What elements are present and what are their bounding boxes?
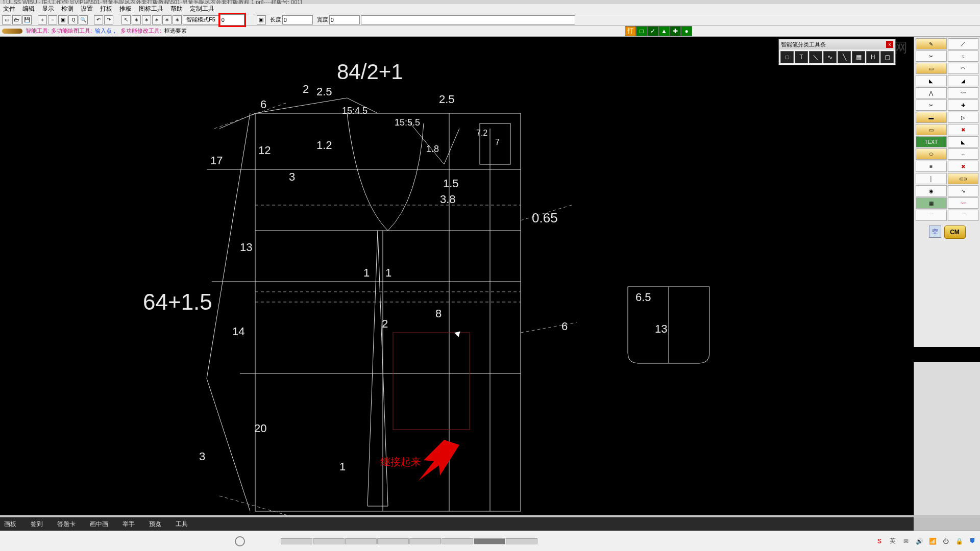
rtool-grain-icon[interactable]: ↔: [948, 148, 979, 160]
zoom-in-icon[interactable]: ＋: [38, 15, 47, 24]
new-icon[interactable]: ▭: [2, 15, 11, 24]
rtool-wedge2-icon[interactable]: ◢: [948, 75, 979, 86]
sb-preview[interactable]: 预览: [149, 520, 161, 529]
unit-cm-button[interactable]: CM: [944, 226, 966, 239]
snap1-icon[interactable]: ∗: [132, 15, 141, 24]
rtool-join-icon[interactable]: ⊂⊃: [948, 173, 979, 184]
menu-help[interactable]: 帮助: [170, 5, 183, 13]
rtool-text-icon[interactable]: TEXT: [916, 136, 947, 147]
rtool-compass-icon[interactable]: ⋀: [916, 87, 947, 98]
sb-tool[interactable]: 工具: [176, 520, 188, 529]
smart-value-input[interactable]: [220, 14, 244, 26]
sb-quiz[interactable]: 答题卡: [57, 520, 76, 529]
snap4-icon[interactable]: ∗: [162, 15, 172, 24]
progress-blocks[interactable]: [281, 538, 537, 544]
input-point-link[interactable]: 输入点，: [95, 27, 117, 35]
undo-icon[interactable]: ↶: [94, 15, 103, 24]
pointer-icon[interactable]: ↖: [121, 15, 131, 24]
tray-ime-icon[interactable]: 英: [888, 537, 897, 546]
rtool-arc3-icon[interactable]: ⌒: [948, 210, 979, 221]
open-icon[interactable]: 🗁: [12, 15, 21, 24]
sb-board[interactable]: 画板: [4, 520, 16, 529]
rtool-arc2-icon[interactable]: ⌒: [916, 210, 947, 221]
fit-icon[interactable]: ▣: [58, 15, 67, 24]
sb-raise[interactable]: 举手: [122, 520, 135, 529]
sb-pip[interactable]: 画中画: [90, 520, 108, 529]
menu-grade[interactable]: 推板: [119, 5, 132, 13]
sp-curve-icon[interactable]: ∿: [823, 51, 837, 63]
unit-toggle-icon[interactable]: 空: [929, 226, 941, 238]
tray-mail-icon[interactable]: ✉: [901, 537, 911, 546]
save-icon[interactable]: 💾: [22, 15, 32, 24]
sp-box-icon[interactable]: ▢: [880, 51, 894, 63]
menu-icons[interactable]: 图标工具: [139, 5, 163, 13]
sp-rect-icon[interactable]: □: [780, 51, 794, 63]
rtool-dot-icon[interactable]: ◉: [916, 185, 947, 196]
rtool-red-icon[interactable]: 〰: [948, 197, 979, 209]
toggle-3[interactable]: ✓: [647, 26, 658, 36]
toggle-1[interactable]: 打: [625, 26, 636, 36]
sp-h-icon[interactable]: H: [866, 51, 879, 63]
tray-wifi-icon[interactable]: 📶: [928, 537, 937, 546]
sb-signin[interactable]: 签到: [31, 520, 43, 529]
sp-line-icon[interactable]: ＼: [809, 51, 822, 63]
rtool-mirror-icon[interactable]: ≡: [916, 161, 947, 172]
rtool-x-icon[interactable]: ✖: [948, 124, 979, 135]
zoom-icon[interactable]: 🔍: [79, 15, 88, 24]
info-field[interactable]: [361, 15, 575, 24]
rtool-seam-icon[interactable]: ▭: [916, 124, 947, 135]
tray-lock-icon[interactable]: 🔒: [954, 537, 964, 546]
power-icon[interactable]: [235, 536, 245, 546]
rtool-ruler-icon[interactable]: ▭: [916, 63, 947, 74]
tray-power-icon[interactable]: ⏻: [941, 537, 950, 546]
rtool-pencil-icon[interactable]: ✎: [916, 38, 947, 49]
tray-volume-icon[interactable]: 🔊: [915, 537, 924, 546]
menu-custom[interactable]: 定制工具: [190, 5, 214, 13]
menu-settings[interactable]: 设置: [81, 5, 93, 13]
canvas[interactable]: 虎课网: [0, 37, 914, 515]
toggle-6[interactable]: ●: [681, 26, 692, 36]
tray-shield-icon[interactable]: ⛊: [968, 537, 977, 546]
edit-tool-link[interactable]: 多功能修改工具:: [120, 27, 161, 35]
rtool-tape-icon[interactable]: 〰: [948, 87, 979, 98]
rect-tool-icon[interactable]: ▣: [257, 15, 266, 24]
rtool-x2-icon[interactable]: ✖: [948, 161, 979, 172]
rtool-flow-icon[interactable]: ∿: [948, 185, 979, 196]
smart-tool-link[interactable]: 智能工具: 多功能绘图工具:: [26, 27, 92, 35]
rtool-notch-icon[interactable]: ▷: [948, 112, 979, 123]
rtool-tri-icon[interactable]: ◣: [948, 136, 979, 147]
sp-text-icon[interactable]: T: [795, 51, 808, 63]
menu-check[interactable]: 检测: [61, 5, 74, 13]
rtool-cut-icon[interactable]: ✂: [916, 99, 947, 111]
rtool-bar-icon[interactable]: ▬: [916, 112, 947, 123]
rtool-grid-icon[interactable]: ▦: [916, 197, 947, 209]
width-input[interactable]: [329, 15, 360, 24]
sp-grid-icon[interactable]: ▦: [852, 51, 865, 63]
snap3-icon[interactable]: ∗: [152, 15, 161, 24]
menu-pattern[interactable]: 打板: [100, 5, 112, 13]
rtool-line-icon[interactable]: ／: [948, 38, 979, 49]
smart-mode-button[interactable]: 智能模式F5: [183, 15, 219, 24]
menu-show[interactable]: 显示: [42, 5, 54, 13]
smart-pen-toolbar[interactable]: 智能笔分类工具条 × □ T ＼ ∿ ╲ ▦ H ▢: [778, 39, 896, 65]
sp-zig-icon[interactable]: ╲: [838, 51, 851, 63]
rtool-wedge-icon[interactable]: ◣: [916, 75, 947, 86]
rtool-curve-icon[interactable]: ≈: [948, 51, 979, 62]
rtool-scissors-icon[interactable]: ✂: [916, 51, 947, 62]
tray-sogou-icon[interactable]: S: [875, 537, 884, 546]
toggle-4[interactable]: ▲: [658, 26, 670, 36]
redo-icon[interactable]: ↷: [104, 15, 113, 24]
rtool-needle-icon[interactable]: │: [916, 173, 947, 184]
toggle-2[interactable]: □: [636, 26, 647, 36]
snap5-icon[interactable]: ∗: [173, 15, 182, 24]
rtool-mark-icon[interactable]: ✚: [948, 99, 979, 111]
rtool-shape-icon[interactable]: ⬭: [916, 148, 947, 160]
snap2-icon[interactable]: ∗: [142, 15, 151, 24]
toggle-5[interactable]: ✚: [670, 26, 681, 36]
close-icon[interactable]: ×: [886, 41, 893, 48]
zoom-out-icon[interactable]: －: [48, 15, 57, 24]
length-input[interactable]: [282, 15, 313, 24]
rtool-arc-icon[interactable]: ◠: [948, 63, 979, 74]
menu-file[interactable]: 文件: [3, 5, 15, 13]
refresh-icon[interactable]: Ｑ: [68, 15, 78, 24]
